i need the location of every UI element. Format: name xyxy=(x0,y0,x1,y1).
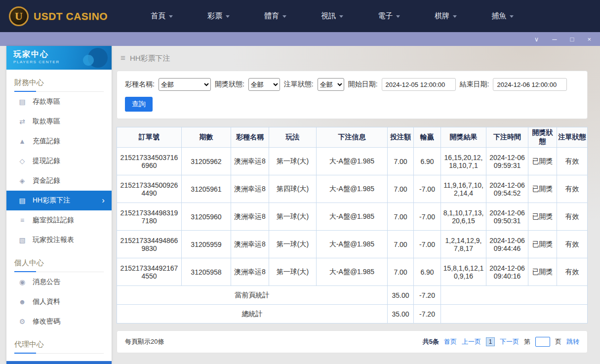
players-center-header: 玩家中心 PLAYERS CENTER xyxy=(6,46,112,70)
summary-bet-total: 35.00 xyxy=(388,305,414,324)
window-minimize-button[interactable]: ─ xyxy=(552,36,557,42)
cell-9: 已開獎 xyxy=(528,231,557,258)
cell-7: 8,1,10,17,13,20,6,15 xyxy=(441,203,486,231)
chevron-down-icon xyxy=(453,15,457,18)
window-maximize-button[interactable]: □ xyxy=(570,36,574,42)
sidebar-item-label: HH彩票下注 xyxy=(33,196,70,205)
sidebar-item-label: 個人資料 xyxy=(33,297,60,306)
pagination-first-link[interactable]: 首页 xyxy=(444,337,457,346)
pager: 共5条 首页 上一页 1 下一页 第 页 跳转 xyxy=(423,337,579,347)
sidebar-item-label: 提現記錄 xyxy=(33,157,60,165)
sidebar-section-title: 財務中心 xyxy=(14,75,104,92)
window-collapse-icon[interactable]: ∨ xyxy=(534,36,539,42)
end-date-input[interactable] xyxy=(493,78,567,91)
sidebar-item-player-bet-report[interactable]: ▧玩家投注報表› xyxy=(6,230,112,250)
cell-7: 11,9,16,7,10,2,14,4 xyxy=(441,175,486,203)
table-row: 215217334492167455031205958澳洲幸运8第一球(大)大-… xyxy=(117,258,588,286)
cell-2: 澳洲幸运8 xyxy=(231,258,269,286)
lottery-name-select[interactable]: 全部 xyxy=(159,78,211,91)
app-window: U USDT CASINO 首頁彩票體育視訊電子棋牌捕魚 ∨ ─ □ × 玩家中… xyxy=(0,0,600,364)
cell-10: 有效 xyxy=(557,203,588,231)
sidebar-item-deposit[interactable]: ▤存款專區› xyxy=(6,92,112,112)
top-navbar: U USDT CASINO 首頁彩票體育視訊電子棋牌捕魚 xyxy=(0,0,600,32)
summary-label: 當前頁統計 xyxy=(117,286,388,305)
sidebar-item-hall-bet-record[interactable]: ≡廳室投註記錄› xyxy=(6,210,112,230)
hamburger-menu-icon[interactable]: ≡ xyxy=(120,53,125,63)
page-size-text: 每頁顯示20條 xyxy=(125,337,164,346)
nav-item-6[interactable]: 棋牌 xyxy=(417,0,474,32)
cell-3: 第一球(大) xyxy=(269,203,317,231)
pagination-next-link[interactable]: 下一页 xyxy=(500,337,519,346)
site-logo[interactable]: U USDT CASINO xyxy=(9,6,108,26)
sidebar-item-label: 玩家投注報表 xyxy=(33,236,74,244)
column-header-4: 下注信息 xyxy=(317,127,388,148)
lottery-bet-icon: ▤ xyxy=(18,197,26,204)
main-menu: 首頁彩票體育視訊電子棋牌捕魚 xyxy=(133,0,531,32)
column-header-2: 彩種名稱 xyxy=(231,127,269,148)
nav-item-2[interactable]: 彩票 xyxy=(190,0,247,32)
sidebar-item-withdraw[interactable]: ⇄取款專區› xyxy=(6,112,112,131)
sidebar-item-change-password[interactable]: ⚙修改密碼› xyxy=(6,312,112,331)
cell-4: 大-A盤@1.985 xyxy=(317,258,388,286)
cell-10: 有效 xyxy=(557,258,588,286)
cell-4: 大-A盤@1.985 xyxy=(317,175,388,203)
sidebar-sections: 財務中心▤存款專區›⇄取款專區›▲充值記錄›◇提現記錄›◈資金記錄›▤HH彩票下… xyxy=(6,75,112,354)
cell-5: 7.00 xyxy=(388,231,414,258)
table-header-row: 訂單號期數彩種名稱玩法下注信息投注額輸贏開獎結果下注時間開獎狀態注單狀態 xyxy=(117,127,588,148)
withdraw-transfer-icon: ⇄ xyxy=(18,118,26,125)
summary-row: 當前頁統計35.00-7.20 xyxy=(117,286,588,305)
summary-bet-total: 35.00 xyxy=(388,286,414,305)
cell-2: 澳洲幸运8 xyxy=(231,175,269,203)
profile-person-icon: ☻ xyxy=(18,298,26,306)
query-button[interactable]: 查詢 xyxy=(125,97,153,112)
nav-item-3[interactable]: 體育 xyxy=(247,0,304,32)
sidebar-item-profile[interactable]: ☻個人資料› xyxy=(6,292,112,312)
cell-3: 第一球(大) xyxy=(269,148,317,175)
summary-winloss-total: -7.20 xyxy=(414,286,441,305)
logo-text: USDT CASINO xyxy=(34,10,108,22)
deposit-card-icon: ▤ xyxy=(18,98,26,106)
column-header-7: 開獎結果 xyxy=(441,127,486,148)
table-row: 215217334494866983031205959澳洲幸运8第一球(大)大-… xyxy=(117,231,588,258)
main-content: ≡ HH彩票下注 彩種名稱: 全部 開獎狀態: 全部 注單狀態: 全部 xyxy=(112,46,600,364)
order-status-select[interactable]: 全部 xyxy=(318,78,344,91)
player-bet-report-icon: ▧ xyxy=(18,236,26,244)
draw-status-select[interactable]: 全部 xyxy=(248,78,280,91)
cell-7: 15,8,1,6,12,10,9,16 xyxy=(441,258,486,286)
funds-record-icon: ◈ xyxy=(18,177,26,185)
jump-prefix-label: 第 xyxy=(524,337,530,346)
column-header-5: 投注額 xyxy=(388,127,414,148)
sidebar-item-funds-record[interactable]: ◈資金記錄› xyxy=(6,171,112,191)
nav-item-label: 體育 xyxy=(264,11,279,21)
page-title: HH彩票下注 xyxy=(130,54,170,63)
nav-item-1[interactable]: 首頁 xyxy=(133,0,190,32)
sidebar-item-recharge-record[interactable]: ▲充值記錄› xyxy=(6,131,112,151)
change-password-gear-icon: ⚙ xyxy=(18,318,26,325)
sidebar-item-hh-lottery-bet[interactable]: ▤HH彩票下注› xyxy=(6,191,112,210)
cell-9: 已開獎 xyxy=(528,175,557,203)
lottery-name-label: 彩種名稱: xyxy=(125,80,155,89)
page-jump-input[interactable] xyxy=(535,337,550,347)
column-header-9: 開獎狀態 xyxy=(528,127,557,148)
nav-item-label: 棋牌 xyxy=(435,11,449,21)
cell-8: 2024-12-06 09:59:31 xyxy=(486,148,528,175)
breadcrumb: ≡ HH彩票下注 xyxy=(117,46,588,71)
sidebar-bottom-strip xyxy=(6,361,112,364)
nav-item-5[interactable]: 電子 xyxy=(360,0,417,32)
jump-action-link[interactable]: 跳转 xyxy=(566,337,579,346)
start-date-input[interactable] xyxy=(382,78,456,91)
sidebar-item-announcements[interactable]: ◉消息公告› xyxy=(6,272,112,292)
sidebar-item-label: 廳室投註記錄 xyxy=(33,216,74,225)
cell-1: 31205960 xyxy=(182,203,231,231)
column-header-10: 注單狀態 xyxy=(557,127,588,148)
cell-7: 1,2,14,12,9,7,8,17 xyxy=(441,231,486,258)
withdrawal-record-icon: ◇ xyxy=(18,157,26,165)
pagination-prev-link[interactable]: 上一页 xyxy=(462,337,481,346)
cell-9: 已開獎 xyxy=(528,148,557,175)
sidebar-item-withdrawal-record[interactable]: ◇提現記錄› xyxy=(6,151,112,171)
nav-item-4[interactable]: 視訊 xyxy=(304,0,360,32)
window-close-button[interactable]: × xyxy=(587,36,591,42)
nav-item-7[interactable]: 捕魚 xyxy=(474,0,531,32)
pagination-current-page[interactable]: 1 xyxy=(486,337,495,346)
cell-6: -7.00 xyxy=(414,231,441,258)
